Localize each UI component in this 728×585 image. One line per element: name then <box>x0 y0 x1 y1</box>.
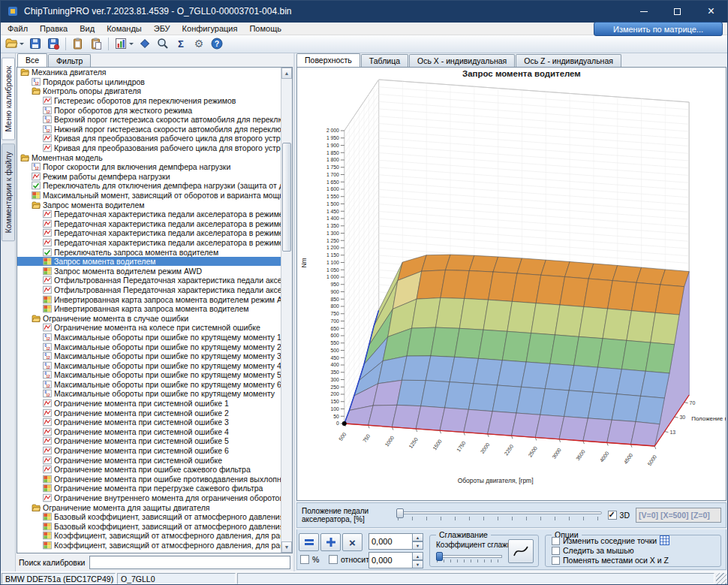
option-checkbox[interactable]: Поменять местами оси X и Z <box>552 556 669 565</box>
clear-value-button[interactable]: × <box>342 533 362 551</box>
tree-item[interactable]: Гистерезис оборотов для переключения реж… <box>17 96 281 106</box>
add-value-button[interactable] <box>320 533 341 551</box>
slider-thumb[interactable] <box>436 552 443 561</box>
tree-item[interactable]: Ограничение внутреннего момента для огра… <box>17 493 281 503</box>
side-tab[interactable]: Комментарии к файлу <box>2 143 15 241</box>
help-button[interactable]: ? <box>208 36 226 53</box>
tree-item[interactable]: Ограничение момента при системной ошибке… <box>17 436 281 446</box>
chart-view-button[interactable] <box>112 36 136 53</box>
tree-item[interactable]: 012Максимальные обороты при ошибке по кр… <box>17 360 281 370</box>
tree-item[interactable]: Инвертированная карта запроса момента во… <box>17 294 281 304</box>
tree-item[interactable]: Ограничение момента при ошибке противода… <box>17 475 281 484</box>
tree-item[interactable]: 012Максимальные обороты при ошибке по кр… <box>17 351 281 361</box>
resize-grip[interactable] <box>716 573 726 584</box>
tree-item[interactable]: Инвертированная карта запроса момента во… <box>17 304 281 314</box>
tree-item[interactable]: Запрос момента водителем режим AWD <box>17 266 281 276</box>
tree-item[interactable]: Ограничение момента при системной ошибке <box>17 455 281 465</box>
set-value-button[interactable] <box>299 533 319 551</box>
menu-item[interactable]: Файл <box>2 23 34 35</box>
cursor-point[interactable] <box>342 421 347 426</box>
tree-item[interactable]: Моментная модель <box>17 152 281 162</box>
scrollbar-thumb[interactable] <box>282 143 291 252</box>
tree-item[interactable]: Базовый коэффициент, зависящий от атмосф… <box>17 522 281 532</box>
tree-item[interactable]: 012Нижний порог гистерезиса скорости авт… <box>17 125 281 134</box>
spin-up-button[interactable]: ▲ <box>412 533 423 541</box>
spinner-value[interactable]: 0,000 <box>369 552 412 568</box>
apply-smoothing-button[interactable] <box>508 539 534 563</box>
menu-item[interactable]: Правка <box>34 23 74 35</box>
checksum-button[interactable]: Σ <box>172 36 190 53</box>
menu-item[interactable]: Вид <box>74 23 101 35</box>
option-checkbox[interactable]: Изменить соседние точки <box>552 536 669 545</box>
menu-item[interactable]: ЭБУ <box>148 23 176 35</box>
open-file-button[interactable] <box>2 36 26 53</box>
smoothing-slider[interactable] <box>436 551 502 563</box>
value-spinner[interactable]: 0,000 ▲▼ <box>369 533 423 550</box>
tree-item[interactable]: Ограничение момента при системной ошибке… <box>17 399 281 409</box>
spin-down-button[interactable]: ▼ <box>412 541 423 550</box>
tree-item[interactable]: Передаточная характеристика педали аксел… <box>17 219 281 229</box>
spin-down-button[interactable]: ▼ <box>412 560 423 568</box>
tree-item[interactable]: 012Порог оборотов для жесткого режима <box>17 105 281 115</box>
side-tab[interactable]: Меню калибровок <box>2 58 15 140</box>
pedal-position-slider[interactable] <box>396 507 602 523</box>
slider-thumb[interactable] <box>396 508 404 518</box>
value-spinner-2[interactable]: 0,000 ▲▼ <box>369 552 423 568</box>
tree-item[interactable]: 012Максимальные обороты при ошибке по кр… <box>17 380 281 390</box>
tree-item[interactable]: Ограничение момента в случае ошибки <box>17 313 281 323</box>
tree-scrollbar[interactable]: ▲ ▼ <box>281 68 292 553</box>
tree-item[interactable]: Механика двигателя <box>17 68 281 77</box>
export-file-button[interactable] <box>44 36 62 53</box>
spin-up-button[interactable]: ▲ <box>412 552 423 560</box>
tree-item[interactable]: Передаточная характеристика педали аксел… <box>17 228 281 238</box>
map-view-tab[interactable]: Ось X - индивидуальная <box>409 54 515 67</box>
edit-by-matrix-button[interactable]: Изменить по матрице... <box>594 22 723 36</box>
tree-item[interactable]: Ограничение момента при системной ошибке… <box>17 408 281 418</box>
tree-item[interactable]: Запрос момента водителем <box>17 257 281 267</box>
spinner-value[interactable]: 0,000 <box>369 533 412 550</box>
tree-item[interactable]: Ограничение момента при ошибке сажевого … <box>17 465 281 475</box>
tree-item[interactable]: Ограничение момента при системной ошибке… <box>17 418 281 427</box>
tree-item[interactable]: 012Порог скорости для включения демпфера… <box>17 162 281 172</box>
tree-item[interactable]: Коэффициент, зависящий от атмосферного д… <box>17 541 281 550</box>
tree-item[interactable]: Отфильтрованная Передаточная характерист… <box>17 285 281 295</box>
surface-chart[interactable]: 0501001502002503003504004505005506006507… <box>297 68 726 500</box>
tree-item[interactable]: Ограничение момента при системной ошибке… <box>17 427 281 437</box>
close-button[interactable]: × <box>694 0 728 23</box>
scroll-down-button[interactable]: ▼ <box>281 541 292 553</box>
tree-item[interactable]: Режим работы демпфера нагрузки <box>17 172 281 182</box>
tree-item[interactable]: Переключатель для отключения демпфера на… <box>17 181 281 191</box>
tree-item[interactable]: Ограничение момента на колесе при систем… <box>17 323 281 333</box>
map-view-tab[interactable]: Таблица <box>361 54 408 67</box>
tree-item[interactable]: 012Максимальные обороты при ошибке по кр… <box>17 389 281 399</box>
view-3d-checkbox[interactable]: 3D <box>608 511 630 520</box>
tree-item[interactable]: Переключатель запроса момента водителем <box>17 247 281 257</box>
tree-item[interactable]: Ограничение момента при системной ошибке… <box>17 446 281 456</box>
tree-item[interactable]: Кривая для преобразования рабочего цикла… <box>17 143 281 153</box>
tree-item[interactable]: Максимальный момент, зависящий от оборот… <box>17 191 281 201</box>
tree-item[interactable]: 012Максимальные обороты при ошибке по кр… <box>17 370 281 380</box>
tree-item[interactable]: Базовый коэффициент, зависящий от атмосф… <box>17 512 281 522</box>
map-view-tab[interactable]: Поверхность <box>296 53 360 67</box>
tree-item[interactable]: Ограничение момента для защиты двигателя <box>17 502 281 512</box>
tree-item[interactable]: Контроль опоры двигателя <box>17 86 281 96</box>
tree-item[interactable]: Коэффициент, зависящий от атмосферного д… <box>17 531 281 541</box>
tree-item[interactable]: 012Максимальные обороты при ошибке по кр… <box>17 342 281 351</box>
minimize-button[interactable] <box>627 0 660 23</box>
calibration-search-input[interactable] <box>89 556 290 569</box>
search-button[interactable] <box>154 36 172 53</box>
tree-item[interactable]: Передаточная характеристика педали аксел… <box>17 210 281 219</box>
tree-item[interactable]: 012Максимальные обороты при ошибке по кр… <box>17 333 281 342</box>
tree-item[interactable]: Передаточная характеристика педали аксел… <box>17 238 281 248</box>
maximize-button[interactable] <box>660 0 694 23</box>
paste-button[interactable] <box>87 36 105 53</box>
copy-button[interactable] <box>69 36 87 53</box>
map-view-tab[interactable]: Ось Z - индивидуальная <box>516 54 621 67</box>
percent-checkbox[interactable]: % <box>300 555 319 564</box>
tree-item[interactable]: 012Верхний порог гистерезиса скорости ав… <box>17 115 281 125</box>
tree-item[interactable]: 012Порядок работы цилиндров <box>17 77 281 87</box>
menu-item[interactable]: Команды <box>101 23 148 35</box>
option-checkbox[interactable]: Следить за мышью <box>552 546 634 555</box>
tree-item[interactable]: Запрос момента водителем <box>17 200 281 210</box>
tree-item[interactable]: Отфильтрованная Передаточная характерист… <box>17 276 281 285</box>
